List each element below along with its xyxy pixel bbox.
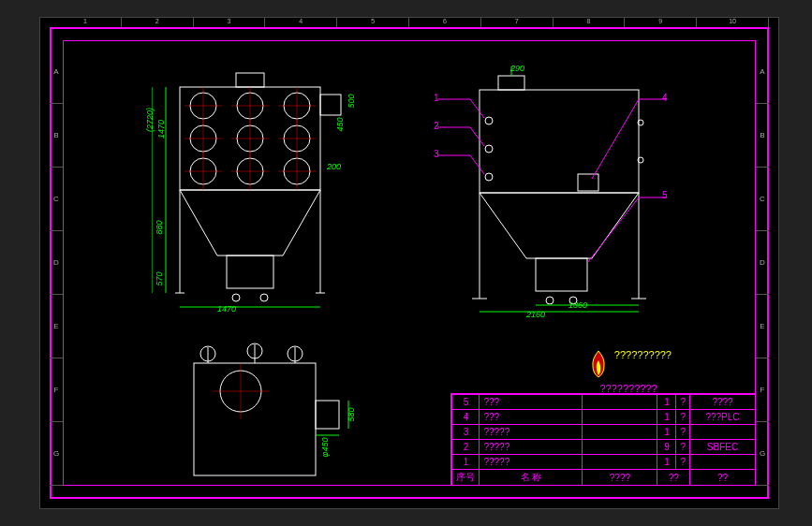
svg-line-69 xyxy=(592,99,639,179)
dim-2160: 2160 xyxy=(526,310,545,319)
callout-leaders xyxy=(433,66,676,310)
svg-rect-74 xyxy=(316,401,339,429)
svg-line-71 xyxy=(587,197,639,263)
svg-point-9 xyxy=(232,294,240,301)
svg-rect-72 xyxy=(194,363,316,475)
svg-line-67 xyxy=(470,155,484,174)
dim-2720: (2720) xyxy=(145,108,155,132)
dim-200: 200 xyxy=(327,162,341,171)
bom-header: 序号名 称???????? xyxy=(452,470,756,486)
drawing-area[interactable]: (2720) 1470 880 570 1470 500 450 200 xyxy=(63,40,756,486)
dim-450: 450 xyxy=(335,117,345,131)
bom-row-4: 4???1????PLC xyxy=(452,410,756,425)
svg-line-65 xyxy=(470,127,484,146)
svg-rect-2 xyxy=(320,95,341,115)
bom-row-3: 3?????1? xyxy=(452,425,756,440)
svg-point-10 xyxy=(260,294,268,301)
dim-1470h: 1470 xyxy=(217,304,236,314)
dim-570: 570 xyxy=(155,271,164,285)
dim-580: 580 xyxy=(347,407,356,421)
plan-view xyxy=(175,340,362,485)
ruler-right: AB CD EF G xyxy=(756,40,769,486)
dim-500: 500 xyxy=(347,94,356,108)
title-block: 5???1????? 4???1????PLC 3?????1? 2?????9… xyxy=(450,393,756,486)
bom-row-1: 1?????1? xyxy=(452,455,756,470)
logo-text-1: ?????????? xyxy=(614,349,672,360)
ruler-top: 12 34 56 78 910 xyxy=(50,18,769,27)
bom-row-2: 2?????9?SBFEC xyxy=(452,440,756,455)
front-elevation xyxy=(152,68,348,312)
svg-marker-3 xyxy=(180,190,320,256)
dim-1470v: 1470 xyxy=(156,120,166,139)
cad-canvas[interactable]: 12 34 56 78 910 AB CD EF G AB CD EF G xyxy=(39,17,779,509)
flame-icon xyxy=(585,349,612,379)
svg-line-63 xyxy=(470,99,484,118)
dim-880: 880 xyxy=(155,220,164,234)
dim-450-2: φ450 xyxy=(320,438,330,458)
logo-block: ?????????? ?????????? xyxy=(585,349,672,394)
svg-rect-4 xyxy=(227,256,273,288)
bom-row-5: 5???1????? xyxy=(452,395,756,410)
svg-rect-1 xyxy=(236,73,264,87)
ruler-left: AB CD EF G xyxy=(50,40,63,486)
